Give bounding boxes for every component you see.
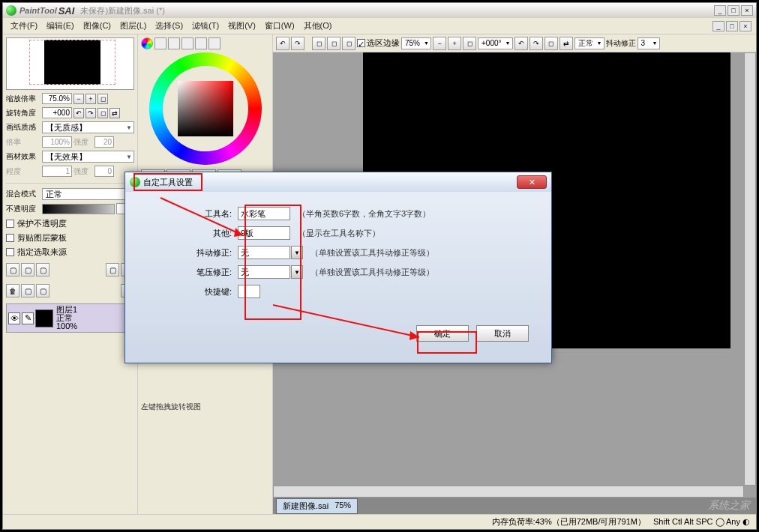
horizontal-scrollbar[interactable] bbox=[273, 486, 744, 498]
maximize-button[interactable]: □ bbox=[728, 5, 740, 16]
sv-square[interactable] bbox=[178, 81, 233, 136]
edge-checkbox[interactable]: ✓ bbox=[357, 39, 365, 47]
delete-layer-icon[interactable]: 🗑 bbox=[6, 284, 20, 297]
stabilizer-dropdown[interactable]: 3 bbox=[638, 37, 660, 49]
zoom-out-button[interactable]: − bbox=[433, 37, 446, 50]
title-bar: PaintTool SAI 未保存)新建图像.sai (*) _ □ × bbox=[3, 3, 756, 18]
menu-filter[interactable]: 滤镜(T) bbox=[189, 19, 222, 33]
zoom-fit-button[interactable]: ◻ bbox=[463, 37, 476, 50]
menu-other[interactable]: 其他(O) bbox=[301, 19, 335, 33]
doc-close-button[interactable]: × bbox=[740, 21, 752, 31]
memory-status: 内存负荷率:43%（已用72MB/可用791M） bbox=[492, 516, 646, 528]
mode-dropdown[interactable]: 正常 bbox=[574, 37, 604, 49]
menu-file[interactable]: 文件(F) bbox=[8, 19, 40, 33]
hsv-slider-icon[interactable] bbox=[168, 37, 180, 49]
layer-item[interactable]: 👁 ✎ 图层1 正常 100% bbox=[6, 303, 134, 333]
other-hint: （显示在工具名称下） bbox=[298, 228, 380, 239]
redo-button[interactable]: ↷ bbox=[291, 37, 304, 50]
rot-right-button[interactable]: ↷ bbox=[530, 37, 543, 50]
other-input[interactable] bbox=[238, 226, 290, 240]
zoom-minus-button[interactable]: − bbox=[74, 94, 84, 104]
select-source-label: 指定选取来源 bbox=[17, 247, 67, 258]
stabilizer-dropdown-button[interactable]: ▼ bbox=[291, 246, 303, 259]
rotate-label: 旋转角度 bbox=[6, 108, 40, 118]
vertical-scrollbar[interactable] bbox=[744, 52, 756, 486]
zoom-label: 缩放倍率 bbox=[6, 94, 40, 104]
minimize-button[interactable]: _ bbox=[714, 5, 726, 16]
invert-select-button[interactable]: ◻ bbox=[327, 37, 340, 50]
menu-view[interactable]: 视图(V) bbox=[225, 19, 259, 33]
layer-visibility-icon[interactable]: 👁 bbox=[8, 312, 20, 324]
zoom-value[interactable]: 75.0% bbox=[42, 93, 72, 104]
navigator-preview[interactable] bbox=[6, 37, 134, 90]
menu-edit[interactable]: 编辑(E) bbox=[44, 19, 77, 33]
blend-mode-label: 混合模式 bbox=[6, 189, 40, 199]
stabilizer-label2: 抖动修正: bbox=[148, 247, 238, 259]
dialog-titlebar[interactable]: 自定工具设置 ✕ bbox=[125, 172, 551, 192]
stabilizer-label: 抖动修正 bbox=[606, 38, 636, 49]
gray-slider-icon[interactable] bbox=[182, 37, 194, 49]
strength-value: 20 bbox=[94, 136, 114, 148]
blend-mode-dropdown[interactable]: 正常 bbox=[42, 188, 134, 200]
dialog-close-button[interactable]: ✕ bbox=[517, 175, 547, 189]
rgb-slider-icon[interactable] bbox=[154, 37, 166, 49]
doc-minimize-button[interactable]: _ bbox=[712, 21, 724, 31]
merge-down-icon[interactable]: ▢ bbox=[21, 284, 34, 297]
select-source-checkbox[interactable] bbox=[6, 248, 14, 256]
clip-mask-checkbox[interactable] bbox=[6, 234, 14, 242]
rot-reset-button[interactable]: ◻ bbox=[544, 37, 558, 50]
app-name-paint: PaintTool bbox=[20, 6, 57, 15]
rotate-value[interactable]: +000 bbox=[42, 107, 72, 118]
layer-thumbnail bbox=[35, 309, 53, 327]
protect-alpha-checkbox[interactable] bbox=[6, 220, 14, 228]
color-wheel-icon[interactable] bbox=[141, 37, 153, 49]
close-button[interactable]: × bbox=[741, 5, 753, 16]
cancel-button[interactable]: 取消 bbox=[476, 325, 529, 342]
zoom-in-button[interactable]: + bbox=[448, 37, 461, 50]
hotkey-input[interactable] bbox=[238, 285, 260, 298]
status-bar: 内存负荷率:43%（已用72MB/可用791M） Shift Ctl Alt S… bbox=[3, 514, 756, 529]
pressure-input[interactable] bbox=[238, 265, 290, 279]
new-folder-icon[interactable]: ▢ bbox=[36, 263, 50, 276]
new-linework-icon[interactable]: ▢ bbox=[21, 263, 34, 276]
menu-window[interactable]: 窗口(W) bbox=[262, 19, 298, 33]
swatches-icon[interactable] bbox=[195, 37, 207, 49]
ok-button[interactable]: 确定 bbox=[416, 325, 469, 342]
rotate-reset-button[interactable]: ◻ bbox=[98, 108, 108, 118]
show-select-button[interactable]: ◻ bbox=[342, 37, 356, 50]
zoom-plus-button[interactable]: + bbox=[86, 94, 96, 104]
flip-h-button[interactable]: ⇄ bbox=[560, 37, 573, 50]
mask-icon[interactable]: ▢ bbox=[106, 263, 119, 276]
scratchpad-icon[interactable] bbox=[208, 37, 220, 49]
deselect-button[interactable]: ◻ bbox=[312, 37, 326, 50]
rot-left-button[interactable]: ↶ bbox=[514, 37, 528, 50]
paper-texture-dropdown[interactable]: 【无质感】 bbox=[42, 121, 134, 133]
degree-label: 程度 bbox=[6, 166, 40, 177]
angle-dropdown[interactable]: +000° bbox=[478, 37, 513, 49]
stabilizer-input[interactable] bbox=[238, 246, 290, 259]
menu-select[interactable]: 选择(S) bbox=[152, 19, 186, 33]
custom-tool-dialog: 自定工具设置 ✕ 工具名: （半角英数6字数，全角文字3字数） 其他: （显示在… bbox=[124, 172, 552, 363]
layer-edit-icon[interactable]: ✎ bbox=[22, 312, 34, 324]
rotate-right-button[interactable]: ↷ bbox=[86, 108, 96, 118]
menu-layer[interactable]: 图层(L) bbox=[117, 19, 149, 33]
zoom-dropdown[interactable]: 75% bbox=[401, 37, 431, 49]
flatten-icon[interactable]: ▢ bbox=[36, 284, 50, 297]
menu-image[interactable]: 图像(C) bbox=[80, 19, 114, 33]
rotate-left-button[interactable]: ↶ bbox=[74, 108, 84, 118]
flip-button[interactable]: ⇄ bbox=[110, 108, 120, 118]
pressure-dropdown-button[interactable]: ▼ bbox=[291, 265, 303, 279]
scale-value: 100% bbox=[42, 136, 72, 148]
undo-button[interactable]: ↶ bbox=[276, 37, 290, 50]
opacity-slider[interactable] bbox=[42, 204, 115, 214]
zoom-reset-button[interactable]: ◻ bbox=[98, 94, 108, 104]
document-tab[interactable]: 新建图像.sai 75% bbox=[276, 498, 358, 514]
color-wheel[interactable] bbox=[149, 52, 262, 165]
new-layer-icon[interactable]: ▢ bbox=[6, 263, 20, 276]
toolname-input[interactable] bbox=[238, 207, 290, 220]
doc-maximize-button[interactable]: □ bbox=[726, 21, 738, 31]
navigator-panel: 缩放倍率 75.0% − + ◻ 旋转角度 +000 ↶ ↷ ◻ ⇄ 画纸质感 … bbox=[3, 34, 138, 514]
dialog-title: 自定工具设置 bbox=[143, 177, 193, 188]
hint-text: 左键拖拽旋转视图 bbox=[141, 402, 269, 412]
material-dropdown[interactable]: 【无效果】 bbox=[42, 151, 134, 163]
